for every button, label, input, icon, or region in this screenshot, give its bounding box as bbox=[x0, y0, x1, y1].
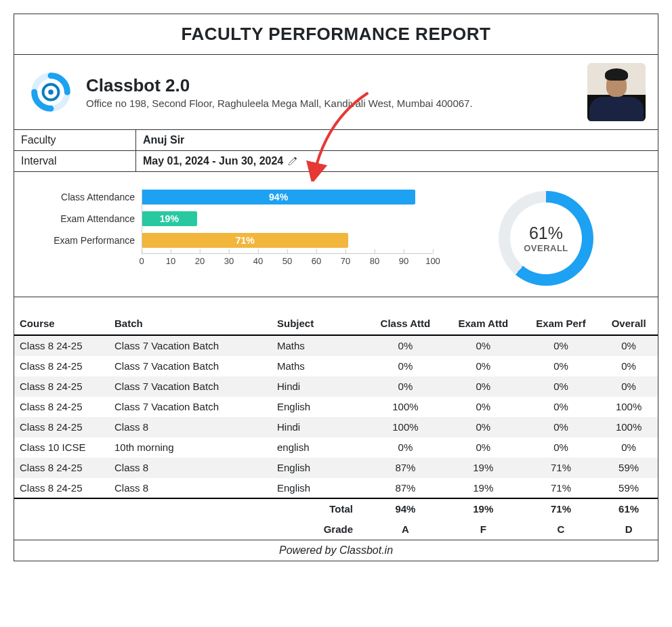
cell-exam_perf: 71% bbox=[522, 478, 600, 499]
cell-class_attd: 0% bbox=[366, 335, 444, 356]
cell-subject: English bbox=[272, 397, 366, 417]
bar-row: Exam Attendance19% bbox=[142, 210, 448, 228]
total-exam-perf: 71% bbox=[522, 498, 600, 519]
report-header: Classbot 2.0 Office no 198, Second Floor… bbox=[14, 55, 658, 130]
cell-batch: Class 8 bbox=[109, 417, 272, 437]
faculty-report: FACULTY PERFORMANCE REPORT Classbot 2.0 … bbox=[14, 14, 658, 561]
donut-label: OVERALL bbox=[524, 243, 568, 253]
bar-value: 19% bbox=[142, 211, 197, 226]
cell-exam_attd: 19% bbox=[444, 478, 522, 499]
axis-tick: 100 bbox=[425, 253, 440, 266]
cell-overall: 0% bbox=[600, 356, 658, 376]
th-course: Course bbox=[14, 297, 109, 335]
cell-overall: 100% bbox=[600, 397, 658, 417]
cell-exam_attd: 0% bbox=[444, 397, 522, 417]
th-batch: Batch bbox=[109, 297, 272, 335]
table-row: Class 8 24-25Class 8Hindi100%0%0%100% bbox=[14, 417, 658, 437]
axis-tick: 60 bbox=[312, 253, 321, 266]
bar-label: Class Attendance bbox=[20, 192, 135, 202]
axis-tick: 80 bbox=[370, 253, 379, 266]
total-overall: 61% bbox=[600, 498, 658, 519]
th-subject: Subject bbox=[272, 297, 366, 335]
cell-subject: Maths bbox=[272, 356, 366, 376]
cell-batch: 10th morning bbox=[109, 437, 272, 458]
cell-overall: 59% bbox=[600, 478, 658, 499]
table-row: Class 8 24-25Class 7 Vacation BatchEngli… bbox=[14, 397, 658, 417]
cell-batch: Class 7 Vacation Batch bbox=[109, 397, 272, 417]
cell-exam_perf: 0% bbox=[522, 417, 600, 437]
grade-exam-attd: F bbox=[444, 519, 522, 540]
th-exam-attd: Exam Attd bbox=[444, 297, 522, 335]
table-row: Class 10 ICSE10th morningenglish0%0%0%0% bbox=[14, 437, 658, 458]
total-class-attd: 94% bbox=[366, 498, 444, 519]
bar-value: 94% bbox=[142, 190, 415, 204]
axis-tick: 0 bbox=[139, 253, 144, 266]
cell-subject: Hindi bbox=[272, 417, 366, 437]
grade-label: Grade bbox=[14, 519, 366, 540]
grade-exam-perf: C bbox=[522, 519, 600, 540]
cell-overall: 0% bbox=[600, 437, 658, 458]
cell-exam_perf: 0% bbox=[522, 335, 600, 356]
th-overall: Overall bbox=[600, 297, 658, 335]
edit-interval-icon[interactable] bbox=[287, 156, 297, 167]
cell-class_attd: 100% bbox=[366, 417, 444, 437]
cell-exam_attd: 0% bbox=[444, 437, 522, 458]
cell-batch: Class 7 Vacation Batch bbox=[109, 356, 272, 376]
cell-course: Class 8 24-25 bbox=[14, 478, 109, 499]
faculty-value: Anuj Sir bbox=[136, 130, 658, 150]
axis-tick: 40 bbox=[253, 253, 263, 266]
table-row: Class 8 24-25Class 7 Vacation BatchMaths… bbox=[14, 335, 658, 356]
cell-exam_perf: 0% bbox=[522, 437, 600, 458]
bar-label: Exam Performance bbox=[20, 235, 135, 246]
cell-class_attd: 87% bbox=[366, 478, 444, 499]
axis-tick: 10 bbox=[166, 253, 175, 266]
faculty-label: Faculty bbox=[14, 130, 136, 150]
cell-batch: Class 7 Vacation Batch bbox=[109, 376, 272, 397]
cell-exam_perf: 0% bbox=[522, 376, 600, 397]
interval-label: Interval bbox=[14, 151, 136, 171]
cell-overall: 100% bbox=[600, 417, 658, 437]
axis-tick: 50 bbox=[282, 253, 292, 266]
cell-subject: english bbox=[272, 437, 366, 458]
axis-tick: 20 bbox=[195, 253, 205, 266]
cell-class_attd: 0% bbox=[366, 376, 444, 397]
donut-value: 61% bbox=[524, 223, 568, 243]
cell-batch: Class 8 bbox=[109, 478, 272, 499]
report-footer: Powered by Classbot.in bbox=[14, 540, 658, 561]
bar-row: Exam Performance71% bbox=[142, 232, 448, 249]
cell-class_attd: 87% bbox=[366, 458, 444, 478]
cell-course: Class 8 24-25 bbox=[14, 356, 109, 376]
performance-table: Course Batch Subject Class Attd Exam Att… bbox=[14, 297, 658, 540]
total-exam-attd: 19% bbox=[444, 498, 522, 519]
faculty-avatar bbox=[587, 63, 646, 121]
cell-subject: Hindi bbox=[272, 376, 366, 397]
brand-name: Classbot 2.0 bbox=[86, 75, 473, 96]
cell-course: Class 8 24-25 bbox=[14, 376, 109, 397]
cell-overall: 0% bbox=[600, 376, 658, 397]
cell-overall: 59% bbox=[600, 458, 658, 478]
axis-tick: 90 bbox=[399, 253, 408, 266]
cell-batch: Class 8 bbox=[109, 458, 272, 478]
cell-class_attd: 0% bbox=[366, 356, 444, 376]
interval-value: May 01, 2024 - Jun 30, 2024 bbox=[143, 155, 283, 167]
metrics-section: Class Attendance94%Exam Attendance19%Exa… bbox=[14, 172, 658, 297]
cell-exam_attd: 0% bbox=[444, 376, 522, 397]
axis-tick: 70 bbox=[341, 253, 350, 266]
cell-exam_attd: 0% bbox=[444, 335, 522, 356]
th-exam-perf: Exam Perf bbox=[522, 297, 600, 335]
cell-course: Class 8 24-25 bbox=[14, 458, 109, 478]
grade-overall: D bbox=[600, 519, 658, 540]
brand-address: Office no 198, Second Floor, Raghuleela … bbox=[86, 98, 473, 109]
grade-class-attd: A bbox=[366, 519, 444, 540]
report-title: FACULTY PERFORMANCE REPORT bbox=[14, 24, 658, 45]
bar-label: Exam Attendance bbox=[20, 213, 135, 224]
cell-exam_perf: 0% bbox=[522, 356, 600, 376]
overall-donut-chart: 61% OVERALL bbox=[499, 191, 593, 286]
svg-point-2 bbox=[48, 89, 54, 95]
cell-course: Class 10 ICSE bbox=[14, 437, 109, 458]
bar-chart: Class Attendance94%Exam Attendance19%Exa… bbox=[14, 188, 448, 297]
table-row: Class 8 24-25Class 7 Vacation BatchMaths… bbox=[14, 356, 658, 376]
brand-logo-icon bbox=[29, 70, 72, 114]
cell-subject: English bbox=[272, 458, 366, 478]
cell-overall: 0% bbox=[600, 335, 658, 356]
